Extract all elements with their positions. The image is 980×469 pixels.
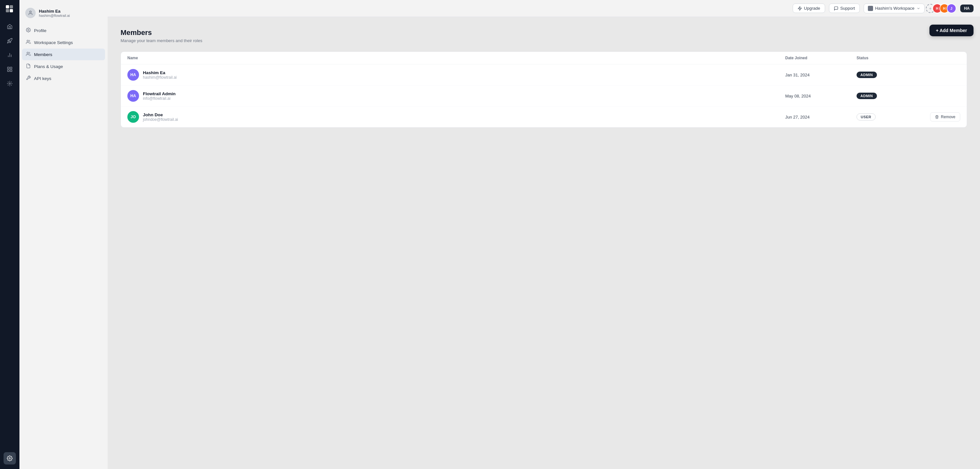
add-member-button[interactable]: + Add Member: [929, 25, 974, 36]
member-cell-2: HA Flowtrail Admin info@flowtrail.ai: [127, 90, 785, 102]
svg-point-11: [9, 83, 11, 84]
member-cell-1: HA Hashim Ea hashim@flowtrail.ai: [127, 69, 785, 81]
action-cell-3[interactable]: Remove: [921, 112, 960, 121]
member-info-1: Hashim Ea hashim@flowtrail.ai: [143, 70, 177, 79]
upgrade-label: Upgrade: [804, 6, 820, 11]
upgrade-button[interactable]: Upgrade: [793, 3, 825, 13]
member-name-1: Hashim Ea: [143, 70, 177, 75]
status-badge-1: ADMIN: [856, 72, 877, 78]
status-badge-3: USER: [856, 113, 876, 121]
support-label: Support: [840, 6, 855, 11]
trash-icon: [935, 115, 939, 119]
svg-rect-7: [8, 67, 9, 69]
status-cell-3: USER: [856, 113, 921, 121]
app-logo[interactable]: [5, 5, 14, 15]
avatar-group: + H H J: [929, 3, 956, 13]
user-header[interactable]: Hashim Ea hashim@flowtrail.ai: [19, 3, 108, 23]
sidebar-item-plans-label: Plans & Usage: [34, 64, 63, 69]
user-name: Hashim Ea: [39, 9, 70, 14]
table-row: JO John Doe johndoe@flowtrail.ai Jun 27,…: [121, 107, 967, 127]
status-badge-2: ADMIN: [856, 93, 877, 99]
add-member-label: + Add Member: [936, 28, 967, 33]
workspace-settings-icon: [26, 40, 31, 45]
settings-sidebar: Hashim Ea hashim@flowtrail.ai Profile: [19, 0, 108, 469]
table-row: HA Flowtrail Admin info@flowtrail.ai May…: [121, 86, 967, 107]
sidebar-menu: Profile Workspace Settings: [19, 25, 108, 84]
user-info: Hashim Ea hashim@flowtrail.ai: [39, 9, 70, 17]
sidebar-item-api-keys[interactable]: API keys: [22, 73, 105, 84]
member-email-2: info@flowtrail.ai: [143, 96, 176, 101]
user-initials-badge[interactable]: HA: [960, 5, 974, 12]
date-cell-1: Jan 31, 2024: [785, 73, 856, 78]
top-bar: Upgrade Support Hashim's Workspace + H H…: [108, 0, 980, 17]
profile-icon: [26, 27, 31, 33]
svg-point-15: [27, 40, 29, 42]
date-cell-2: May 08, 2024: [785, 94, 856, 99]
nav-rocket-icon[interactable]: [3, 35, 16, 47]
table-row: HA Hashim Ea hashim@flowtrail.ai Jan 31,…: [121, 64, 967, 86]
svg-rect-9: [8, 70, 9, 72]
svg-point-16: [27, 52, 29, 54]
workspace-icon: [868, 6, 873, 11]
col-name: Name: [127, 56, 785, 60]
workspace-selector[interactable]: Hashim's Workspace: [864, 3, 924, 13]
remove-label: Remove: [941, 114, 955, 119]
members-table: Name Date Joined Status HA Hashim Ea has…: [121, 51, 967, 127]
member-email-1: hashim@flowtrail.ai: [143, 75, 177, 79]
sidebar-item-members-label: Members: [34, 52, 52, 57]
remove-button-john[interactable]: Remove: [930, 112, 960, 121]
svg-rect-0: [6, 5, 9, 8]
members-icon: [26, 51, 31, 57]
support-button[interactable]: Support: [829, 3, 860, 13]
svg-point-12: [9, 458, 11, 459]
nav-data-icon[interactable]: [3, 63, 16, 75]
svg-point-14: [28, 29, 29, 31]
nav-home-icon[interactable]: [3, 21, 16, 33]
col-date: Date Joined: [785, 56, 856, 60]
svg-marker-17: [798, 6, 802, 10]
avatar-hashim: HA: [127, 69, 139, 81]
col-status: Status: [856, 56, 921, 60]
svg-rect-1: [10, 5, 13, 8]
support-icon: [834, 6, 838, 11]
sidebar-item-profile[interactable]: Profile: [22, 25, 105, 36]
icon-rail: [0, 0, 19, 469]
sidebar-item-workspace-label: Workspace Settings: [34, 40, 73, 45]
content-area: Members Manage your team members and the…: [108, 17, 980, 469]
date-cell-3: Jun 27, 2024: [785, 114, 856, 119]
page-title: Members: [121, 29, 967, 37]
member-cell-3: JO John Doe johndoe@flowtrail.ai: [127, 111, 785, 123]
user-avatar: [25, 8, 36, 18]
member-email-3: johndoe@flowtrail.ai: [143, 117, 178, 122]
nav-settings-icon[interactable]: [3, 452, 16, 464]
member-info-3: John Doe johndoe@flowtrail.ai: [143, 112, 178, 122]
member-name-3: John Doe: [143, 112, 178, 117]
svg-rect-2: [6, 9, 9, 12]
chevron-down-icon: [916, 6, 920, 10]
svg-rect-10: [10, 70, 12, 72]
sidebar-item-workspace-settings[interactable]: Workspace Settings: [22, 37, 105, 48]
sidebar-item-api-label: API keys: [34, 76, 51, 81]
nav-analytics-icon[interactable]: [3, 49, 16, 61]
svg-rect-3: [10, 9, 13, 12]
api-keys-icon: [26, 75, 31, 81]
avatar-flowtrail: HA: [127, 90, 139, 102]
sidebar-item-members[interactable]: Members: [22, 49, 105, 60]
col-action: [921, 56, 960, 60]
status-cell-1: ADMIN: [856, 72, 921, 78]
workspace-name: Hashim's Workspace: [875, 6, 914, 11]
page-subtitle: Manage your team members and their roles: [121, 38, 967, 43]
status-cell-2: ADMIN: [856, 93, 921, 99]
upgrade-icon: [797, 6, 802, 11]
avatar-j: J: [947, 3, 956, 13]
nav-ai-icon[interactable]: [3, 78, 16, 90]
svg-point-13: [30, 11, 31, 13]
member-info-2: Flowtrail Admin info@flowtrail.ai: [143, 91, 176, 101]
table-header: Name Date Joined Status: [121, 52, 967, 64]
plans-icon: [26, 64, 31, 69]
page-header: Members Manage your team members and the…: [121, 29, 967, 43]
sidebar-item-plans[interactable]: Plans & Usage: [22, 60, 105, 72]
sidebar-item-profile-label: Profile: [34, 28, 46, 33]
main-content: Upgrade Support Hashim's Workspace + H H…: [108, 0, 980, 469]
member-name-2: Flowtrail Admin: [143, 91, 176, 96]
